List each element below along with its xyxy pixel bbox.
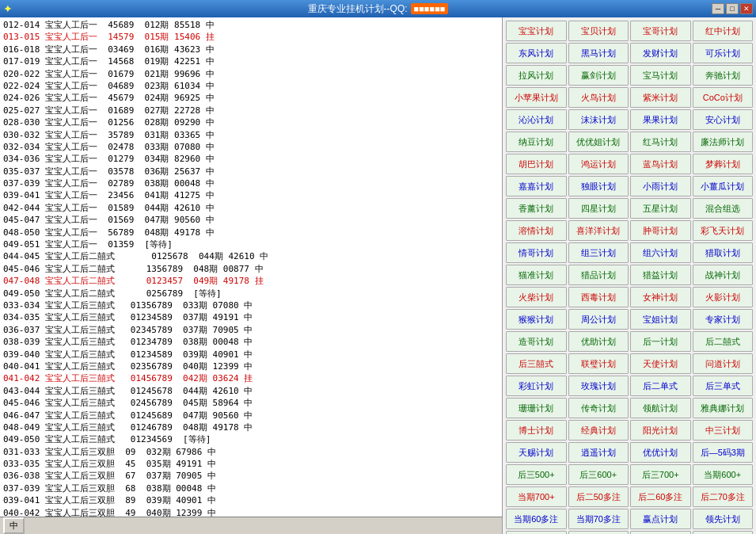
- plan-button[interactable]: 宝宝计划: [506, 21, 567, 41]
- plan-button[interactable]: 后一计划: [630, 331, 691, 352]
- plan-button[interactable]: 猴猴计划: [506, 309, 567, 330]
- plan-button[interactable]: 当期600+: [693, 464, 754, 485]
- plan-button[interactable]: 梦葬计划: [693, 154, 754, 174]
- status-button[interactable]: 中: [3, 517, 25, 534]
- plan-button[interactable]: 周公计划: [568, 309, 629, 330]
- plan-button[interactable]: 雅典娜计划: [693, 398, 754, 418]
- plan-button[interactable]: 独眼计划: [568, 176, 629, 196]
- plan-button[interactable]: 领先计划: [693, 509, 754, 529]
- plan-button[interactable]: 后二50多注: [568, 486, 629, 507]
- plan-button[interactable]: 当期700+: [506, 486, 567, 507]
- plan-button[interactable]: 后三600+: [568, 464, 629, 485]
- plan-button[interactable]: 赢点计划: [630, 509, 691, 529]
- plan-button[interactable]: 发财计划: [630, 43, 691, 63]
- plan-button[interactable]: 经典计划: [568, 420, 629, 441]
- plan-button[interactable]: 宝哥计划: [630, 21, 691, 41]
- plan-button[interactable]: 逍遥计划: [568, 442, 629, 463]
- plan-button[interactable]: 拉风计划: [506, 65, 567, 86]
- plan-button[interactable]: 小苹果计划: [506, 87, 567, 108]
- plan-button[interactable]: 情哥计划: [506, 242, 567, 263]
- plan-button[interactable]: 后二70多注: [693, 486, 754, 507]
- plan-button[interactable]: 火鸟计划: [568, 87, 629, 108]
- plan-button[interactable]: 小薑瓜计划: [693, 176, 754, 196]
- plan-button[interactable]: 混合组选: [693, 198, 754, 219]
- plan-button[interactable]: 问道计划: [693, 353, 754, 374]
- plan-button[interactable]: 宝马计划: [630, 65, 691, 86]
- plan-button[interactable]: 珊珊计划: [506, 398, 567, 418]
- plan-button[interactable]: 赢剑计划: [568, 65, 629, 86]
- plan-button[interactable]: 黑马计划: [568, 43, 629, 63]
- plan-button[interactable]: 优助计划: [568, 331, 629, 352]
- plan-button[interactable]: 组六计划: [630, 242, 691, 263]
- plan-button[interactable]: 博士计划: [506, 420, 567, 441]
- plan-button[interactable]: 战神计划: [693, 265, 754, 285]
- plan-button[interactable]: 宝姐计划: [630, 309, 691, 330]
- plan-button[interactable]: 当期70多注: [568, 509, 629, 529]
- plan-button[interactable]: 红马计划: [630, 132, 691, 152]
- plan-button[interactable]: 鸿运计划: [568, 154, 629, 174]
- plan-button[interactable]: 沫沫计划: [568, 109, 629, 130]
- plan-button[interactable]: 后三700+: [630, 464, 691, 485]
- plan-button[interactable]: 肿哥计划: [630, 220, 691, 241]
- plan-button[interactable]: 玫瑰计划: [568, 376, 629, 396]
- plan-button[interactable]: 猫准计划: [506, 265, 567, 285]
- plan-button[interactable]: 联璧计划: [568, 353, 629, 374]
- plan-button[interactable]: 蓝鸟计划: [630, 154, 691, 174]
- plan-button[interactable]: 嘉嘉计划: [506, 176, 567, 196]
- plan-button[interactable]: 当期60多注: [506, 509, 567, 529]
- plan-button[interactable]: 宝贝计划: [568, 21, 629, 41]
- plan-button[interactable]: 火影计划: [693, 287, 754, 307]
- plan-button[interactable]: 虚哥计划: [568, 531, 629, 534]
- plan-button[interactable]: 领航计划: [630, 398, 691, 418]
- plan-button[interactable]: 专家计划: [693, 309, 754, 330]
- plan-button[interactable]: 后—5码2期: [506, 531, 567, 534]
- plan-button[interactable]: 红中计划: [693, 21, 754, 41]
- plan-button[interactable]: 可可计划: [630, 531, 691, 534]
- plan-button[interactable]: 猎品计划: [568, 265, 629, 285]
- plan-button[interactable]: 西毒计划: [568, 287, 629, 307]
- maximize-button[interactable]: □: [726, 3, 739, 14]
- plan-button[interactable]: 女神计划: [630, 287, 691, 307]
- plan-button[interactable]: 紫米计划: [630, 87, 691, 108]
- plan-button[interactable]: 胡巴计划: [506, 154, 567, 174]
- plan-button[interactable]: 火柴计划: [506, 287, 567, 307]
- plan-button[interactable]: 溶情计划: [506, 220, 567, 241]
- data-content[interactable]: 012-014 宝宝人工后一 45689 012期 85518 中013-015…: [0, 17, 502, 534]
- plan-button[interactable]: 果果计划: [630, 109, 691, 130]
- plan-button[interactable]: 阳光计划: [630, 420, 691, 441]
- plan-button[interactable]: 东风计划: [506, 43, 567, 63]
- plan-button[interactable]: 沁沁计划: [506, 109, 567, 130]
- plan-button[interactable]: 纳豆计划: [506, 132, 567, 152]
- plan-button[interactable]: 小雨计划: [630, 176, 691, 196]
- plan-button[interactable]: 彩飞天计划: [693, 220, 754, 241]
- plan-button[interactable]: CoCo计划: [693, 87, 754, 108]
- close-button[interactable]: ✕: [740, 3, 753, 14]
- plan-button[interactable]: 组三计划: [568, 242, 629, 263]
- plan-button[interactable]: 天使计划: [630, 353, 691, 374]
- plan-button[interactable]: 猎益计划: [630, 265, 691, 285]
- plan-button[interactable]: 后二单式: [630, 376, 691, 396]
- plan-button[interactable]: 彩虹计划: [506, 376, 567, 396]
- plan-button[interactable]: 后—5码3期: [693, 442, 754, 463]
- plan-button[interactable]: 廉法师计划: [693, 132, 754, 152]
- plan-button[interactable]: 奔驰计划: [693, 65, 754, 86]
- plan-button[interactable]: 后三囍式: [506, 353, 567, 374]
- plan-button[interactable]: 猎取计划: [693, 242, 754, 263]
- plan-button[interactable]: 情义计划: [693, 531, 754, 534]
- minimize-button[interactable]: ─: [712, 3, 724, 14]
- plan-button[interactable]: 后三单式: [693, 376, 754, 396]
- plan-button[interactable]: 天赐计划: [506, 442, 567, 463]
- plan-button[interactable]: 安心计划: [693, 109, 754, 130]
- plan-button[interactable]: 造哥计划: [506, 331, 567, 352]
- plan-button[interactable]: 五星计划: [630, 198, 691, 219]
- plan-button[interactable]: 中三计划: [693, 420, 754, 441]
- plan-button[interactable]: 后三500+: [506, 464, 567, 485]
- plan-button[interactable]: 优优姐计划: [568, 132, 629, 152]
- plan-button[interactable]: 四星计划: [568, 198, 629, 219]
- plan-button[interactable]: 优优计划: [630, 442, 691, 463]
- plan-button[interactable]: 传奇计划: [568, 398, 629, 418]
- plan-button[interactable]: 后二囍式: [693, 331, 754, 352]
- plan-button[interactable]: 后二60多注: [630, 486, 691, 507]
- plan-button[interactable]: 喜洋洋计划: [568, 220, 629, 241]
- plan-button[interactable]: 可乐计划: [693, 43, 754, 63]
